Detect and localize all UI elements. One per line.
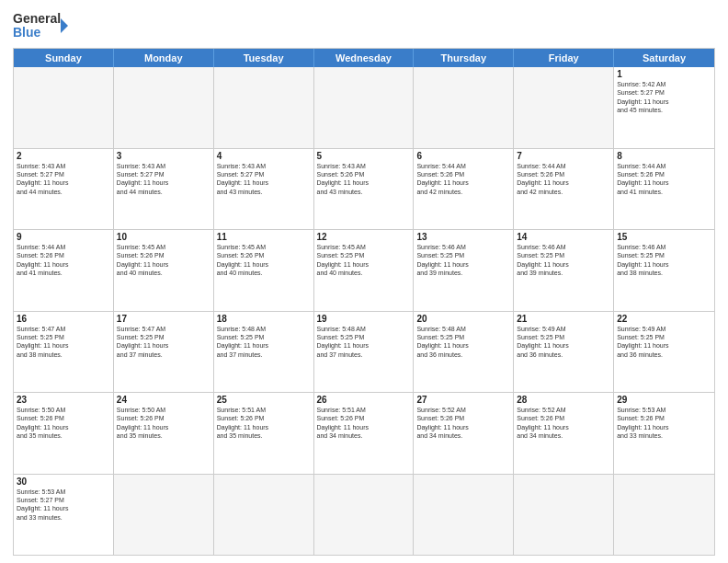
table-row	[214, 67, 314, 148]
day-number: 23	[17, 395, 110, 405]
day-number: 27	[416, 395, 510, 405]
day-header-thursday: Thursday	[414, 49, 514, 67]
table-row: 29Sunrise: 5:53 AMSunset: 5:26 PMDayligh…	[614, 393, 714, 474]
table-row: 26Sunrise: 5:51 AMSunset: 5:26 PMDayligh…	[314, 393, 415, 474]
table-row	[114, 475, 214, 556]
calendar: SundayMondayTuesdayWednesdayThursdayFrid…	[13, 48, 715, 556]
cell-details: Sunrise: 5:49 AMSunset: 5:25 PMDaylight:…	[617, 325, 711, 360]
day-number: 16	[17, 314, 110, 324]
cell-details: Sunrise: 5:52 AMSunset: 5:26 PMDaylight:…	[416, 406, 510, 441]
table-row	[314, 67, 415, 148]
table-row: 18Sunrise: 5:48 AMSunset: 5:25 PMDayligh…	[214, 312, 314, 393]
cell-details: Sunrise: 5:45 AMSunset: 5:26 PMDaylight:…	[117, 243, 210, 278]
day-number: 7	[517, 151, 610, 161]
table-row: 28Sunrise: 5:52 AMSunset: 5:26 PMDayligh…	[514, 393, 614, 474]
calendar-row-1: 1Sunrise: 5:42 AMSunset: 5:27 PMDaylight…	[14, 67, 714, 148]
logo-svg: General Blue	[13, 9, 68, 42]
cell-details: Sunrise: 5:46 AMSunset: 5:25 PMDaylight:…	[517, 243, 610, 278]
calendar-row-6: 30Sunrise: 5:53 AMSunset: 5:27 PMDayligh…	[14, 474, 714, 556]
table-row: 4Sunrise: 5:43 AMSunset: 5:27 PMDaylight…	[214, 149, 314, 230]
table-row: 16Sunrise: 5:47 AMSunset: 5:25 PMDayligh…	[14, 312, 114, 393]
table-row	[414, 67, 514, 148]
day-number: 9	[17, 232, 110, 242]
day-number: 26	[317, 395, 411, 405]
day-number: 8	[617, 151, 711, 161]
day-number: 17	[117, 314, 210, 324]
day-number: 1	[617, 69, 711, 79]
day-number: 10	[117, 232, 210, 242]
cell-details: Sunrise: 5:42 AMSunset: 5:27 PMDaylight:…	[617, 80, 711, 115]
day-number: 5	[317, 151, 411, 161]
table-row: 5Sunrise: 5:43 AMSunset: 5:26 PMDaylight…	[314, 149, 415, 230]
day-number: 3	[117, 151, 210, 161]
cell-details: Sunrise: 5:46 AMSunset: 5:25 PMDaylight:…	[416, 243, 510, 278]
calendar-body: 1Sunrise: 5:42 AMSunset: 5:27 PMDaylight…	[14, 67, 714, 555]
table-row: 19Sunrise: 5:48 AMSunset: 5:25 PMDayligh…	[314, 312, 415, 393]
cell-details: Sunrise: 5:45 AMSunset: 5:26 PMDaylight:…	[217, 243, 311, 278]
day-number: 14	[517, 232, 610, 242]
table-row	[14, 67, 114, 148]
calendar-row-2: 2Sunrise: 5:43 AMSunset: 5:27 PMDaylight…	[14, 148, 714, 230]
day-number: 6	[416, 151, 510, 161]
table-row: 13Sunrise: 5:46 AMSunset: 5:25 PMDayligh…	[414, 230, 514, 311]
svg-text:Blue: Blue	[13, 25, 41, 40]
day-number: 30	[17, 477, 110, 487]
table-row	[614, 475, 714, 556]
day-number: 29	[617, 395, 711, 405]
cell-details: Sunrise: 5:43 AMSunset: 5:27 PMDaylight:…	[117, 162, 210, 197]
table-row: 14Sunrise: 5:46 AMSunset: 5:25 PMDayligh…	[514, 230, 614, 311]
cell-details: Sunrise: 5:47 AMSunset: 5:25 PMDaylight:…	[17, 325, 110, 360]
cell-details: Sunrise: 5:51 AMSunset: 5:26 PMDaylight:…	[317, 406, 411, 441]
table-row: 24Sunrise: 5:50 AMSunset: 5:26 PMDayligh…	[114, 393, 214, 474]
header: General Blue	[13, 9, 715, 42]
table-row	[114, 67, 214, 148]
day-number: 19	[317, 314, 411, 324]
table-row	[414, 475, 514, 556]
table-row: 23Sunrise: 5:50 AMSunset: 5:26 PMDayligh…	[14, 393, 114, 474]
day-number: 12	[317, 232, 411, 242]
table-row: 22Sunrise: 5:49 AMSunset: 5:25 PMDayligh…	[614, 312, 714, 393]
calendar-row-3: 9Sunrise: 5:44 AMSunset: 5:26 PMDaylight…	[14, 229, 714, 311]
cell-details: Sunrise: 5:51 AMSunset: 5:26 PMDaylight:…	[217, 406, 311, 441]
table-row: 12Sunrise: 5:45 AMSunset: 5:25 PMDayligh…	[314, 230, 415, 311]
day-number: 2	[17, 151, 110, 161]
cell-details: Sunrise: 5:53 AMSunset: 5:27 PMDaylight:…	[17, 488, 110, 523]
cell-details: Sunrise: 5:50 AMSunset: 5:26 PMDaylight:…	[17, 406, 110, 441]
day-number: 20	[416, 314, 510, 324]
logo: General Blue	[13, 9, 68, 42]
day-number: 28	[517, 395, 610, 405]
calendar-row-4: 16Sunrise: 5:47 AMSunset: 5:25 PMDayligh…	[14, 311, 714, 393]
day-header-monday: Monday	[114, 49, 214, 67]
cell-details: Sunrise: 5:49 AMSunset: 5:25 PMDaylight:…	[517, 325, 610, 360]
cell-details: Sunrise: 5:47 AMSunset: 5:25 PMDaylight:…	[117, 325, 210, 360]
day-number: 25	[217, 395, 311, 405]
table-row: 1Sunrise: 5:42 AMSunset: 5:27 PMDaylight…	[614, 67, 714, 148]
calendar-row-5: 23Sunrise: 5:50 AMSunset: 5:26 PMDayligh…	[14, 392, 714, 474]
cell-details: Sunrise: 5:45 AMSunset: 5:25 PMDaylight:…	[317, 243, 411, 278]
page: General Blue SundayMondayTuesdayWednesda…	[0, 0, 728, 563]
cell-details: Sunrise: 5:44 AMSunset: 5:26 PMDaylight:…	[617, 162, 711, 197]
cell-details: Sunrise: 5:44 AMSunset: 5:26 PMDaylight:…	[416, 162, 510, 197]
table-row	[314, 475, 415, 556]
day-number: 13	[416, 232, 510, 242]
table-row	[514, 67, 614, 148]
cell-details: Sunrise: 5:44 AMSunset: 5:26 PMDaylight:…	[517, 162, 610, 197]
cell-details: Sunrise: 5:48 AMSunset: 5:25 PMDaylight:…	[217, 325, 311, 360]
calendar-header: SundayMondayTuesdayWednesdayThursdayFrid…	[14, 49, 714, 67]
table-row: 27Sunrise: 5:52 AMSunset: 5:26 PMDayligh…	[414, 393, 514, 474]
table-row	[214, 475, 314, 556]
cell-details: Sunrise: 5:43 AMSunset: 5:27 PMDaylight:…	[217, 162, 311, 197]
table-row: 9Sunrise: 5:44 AMSunset: 5:26 PMDaylight…	[14, 230, 114, 311]
cell-details: Sunrise: 5:48 AMSunset: 5:25 PMDaylight:…	[416, 325, 510, 360]
table-row: 21Sunrise: 5:49 AMSunset: 5:25 PMDayligh…	[514, 312, 614, 393]
table-row: 3Sunrise: 5:43 AMSunset: 5:27 PMDaylight…	[114, 149, 214, 230]
table-row: 30Sunrise: 5:53 AMSunset: 5:27 PMDayligh…	[14, 475, 114, 556]
svg-marker-2	[61, 18, 68, 33]
table-row	[514, 475, 614, 556]
cell-details: Sunrise: 5:53 AMSunset: 5:26 PMDaylight:…	[617, 406, 711, 441]
day-number: 18	[217, 314, 311, 324]
day-header-friday: Friday	[514, 49, 614, 67]
day-header-tuesday: Tuesday	[214, 49, 314, 67]
day-number: 15	[617, 232, 711, 242]
table-row: 6Sunrise: 5:44 AMSunset: 5:26 PMDaylight…	[414, 149, 514, 230]
